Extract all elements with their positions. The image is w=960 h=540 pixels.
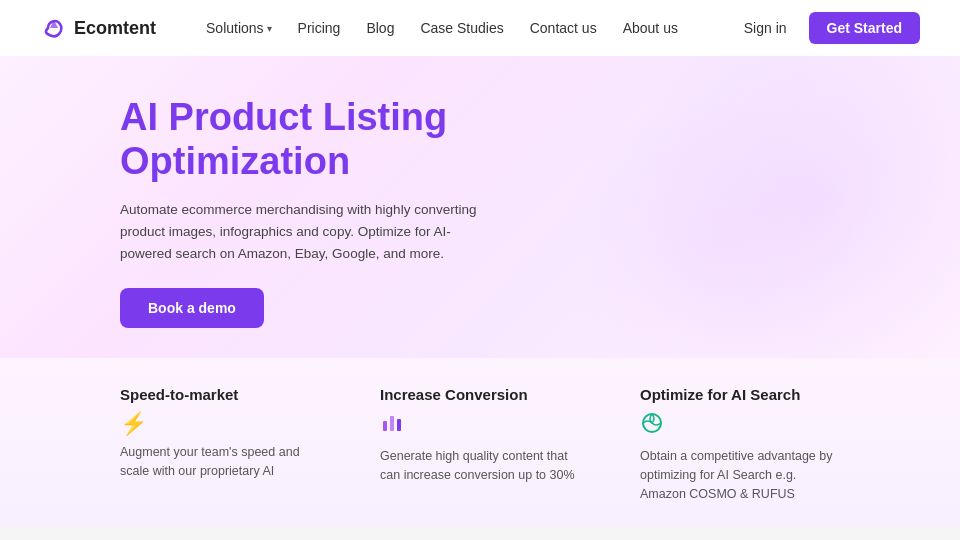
feature-speed-desc: Augment your team's speed and scale with… [120,443,320,481]
svg-rect-1 [390,416,394,431]
hero-section: AI Product Listing Optimization Automate… [0,56,960,358]
logo-text: Ecomtent [74,18,156,39]
feature-speed-title: Speed-to-market [120,386,238,403]
signin-button[interactable]: Sign in [734,14,797,42]
nav-blog[interactable]: Blog [356,14,404,42]
trusted-section: Trusted by Olsam. 🦅 TITAN NETWORK DOMU B… [0,527,960,540]
feature-conversion-desc: Generate high quality content that can i… [380,447,580,485]
logo[interactable]: Ecomtent [40,14,156,42]
feature-conversion: Increase Conversion Generate high qualit… [380,386,580,503]
navigation: Ecomtent Solutions ▾ Pricing Blog Case S… [0,0,960,56]
hero-subtitle: Automate ecommerce merchandising with hi… [120,199,480,264]
get-started-button[interactable]: Get Started [809,12,920,44]
nav-links: Solutions ▾ Pricing Blog Case Studies Co… [196,14,734,42]
logo-icon [40,14,68,42]
feature-ai-search-title: Optimize for AI Search [640,386,800,403]
hero-title: AI Product Listing Optimization [120,96,520,183]
nav-solutions[interactable]: Solutions ▾ [196,14,282,42]
nav-contact[interactable]: Contact us [520,14,607,42]
feature-speed: Speed-to-market ⚡ Augment your team's sp… [120,386,320,503]
svg-rect-2 [397,419,401,431]
chart-icon [380,411,404,441]
globe-icon [640,411,664,441]
chevron-down-icon: ▾ [267,23,272,34]
lightning-icon: ⚡ [120,411,147,437]
feature-conversion-title: Increase Conversion [380,386,528,403]
book-demo-button[interactable]: Book a demo [120,288,264,328]
nav-pricing[interactable]: Pricing [288,14,351,42]
svg-rect-0 [383,421,387,431]
nav-about[interactable]: About us [613,14,688,42]
nav-auth: Sign in Get Started [734,12,920,44]
features-section: Speed-to-market ⚡ Augment your team's sp… [0,358,960,527]
feature-ai-search: Optimize for AI Search Obtain a competit… [640,386,840,503]
nav-case-studies[interactable]: Case Studies [410,14,513,42]
feature-ai-search-desc: Obtain a competitive advantage by optimi… [640,447,840,503]
